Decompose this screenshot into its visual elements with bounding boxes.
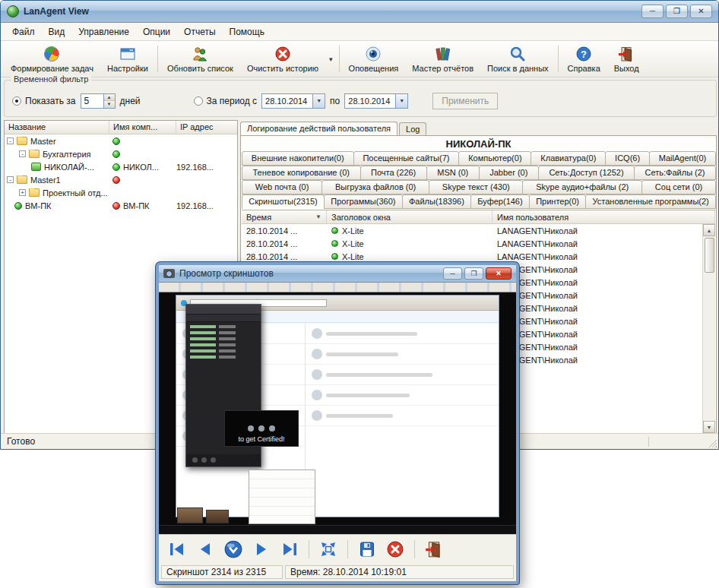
collapse-icon[interactable]: -	[7, 138, 14, 144]
tree-row-buhgalteria[interactable]: -Бухгалтерия	[5, 147, 237, 160]
collapse-icon[interactable]: -	[7, 176, 14, 183]
first-screenshot-button[interactable]	[165, 538, 189, 561]
tree-row-proektny[interactable]: +Проектный отд...	[5, 186, 237, 199]
tab-skype-audio-files[interactable]: Skype аудио+файлы (2)	[522, 180, 642, 194]
viewer-minimize-button[interactable]: ─	[443, 267, 462, 280]
tab-files[interactable]: Файлы(18396)	[402, 194, 471, 209]
tab-webmail[interactable]: Web почта (0)	[242, 180, 322, 194]
exit-button[interactable]: Выход	[607, 42, 646, 76]
settings-button[interactable]: Настройки	[100, 42, 155, 76]
scroll-thumb[interactable]	[705, 238, 714, 273]
tree-col-computer[interactable]: Имя комп...	[109, 121, 176, 134]
days-value[interactable]: 5	[81, 94, 103, 108]
tasks-button[interactable]: Формирование задач	[4, 42, 100, 76]
menu-file[interactable]: Файл	[5, 24, 42, 40]
tab-clipboard[interactable]: Буфер(146)	[470, 194, 530, 209]
minimize-button[interactable]: ─	[641, 5, 664, 18]
date-from-select[interactable]: 28.10.2014 ▼	[261, 93, 325, 109]
tab-shadow-copy[interactable]: Теневое копирование (0)	[242, 166, 361, 180]
tab-log[interactable]: Log	[399, 122, 426, 135]
previous-screenshot-button[interactable]	[193, 538, 217, 561]
collapse-icon[interactable]: -	[19, 150, 26, 157]
clear-history-button[interactable]: Очистить историю	[240, 42, 325, 76]
jump-to-screenshot-button[interactable]	[221, 538, 245, 561]
next-screenshot-button[interactable]	[249, 538, 274, 561]
tree-col-ip[interactable]: IP адрес	[176, 121, 237, 134]
col-user[interactable]: Имя пользователя	[493, 210, 715, 223]
log-row[interactable]: 28.10.2014 ... X-Lite LANAGENT\Николай	[242, 250, 702, 263]
search-data-button[interactable]: Поиск в данных	[480, 42, 556, 76]
log-row[interactable]: 28.10.2014 ... X-Lite LANAGENT\Николай	[242, 237, 702, 250]
alerts-button[interactable]: Оповещения	[342, 42, 406, 76]
scroll-up-icon[interactable]: ▲	[703, 224, 715, 236]
log-user: LANAGENT\Николай	[493, 304, 702, 313]
tree-row-master[interactable]: -Master	[5, 134, 237, 147]
close-viewer-button[interactable]	[422, 538, 446, 561]
viewer-title-bar[interactable]: Просмотр скриншотов ─ ❐ ✕	[159, 265, 516, 283]
title-bar[interactable]: LanAgent View ─ ❐ ✕	[1, 1, 718, 23]
report-wizard-button[interactable]: Мастер отчётов	[405, 42, 480, 76]
menu-options[interactable]: Опции	[136, 24, 177, 40]
tab-programs[interactable]: Программы(360)	[324, 194, 403, 209]
days-down-button[interactable]: ▼	[104, 101, 115, 108]
tab-net-access[interactable]: Сеть:Доступ (1252)	[538, 166, 635, 180]
maximize-button[interactable]: ❐	[666, 5, 688, 18]
days-stepper[interactable]: 5 ▲▼	[81, 93, 116, 109]
tab-visited-sites[interactable]: Посещенные сайты(7)	[353, 151, 460, 166]
log-row[interactable]: 28.10.2014 ... X-Lite LANAGENT\Николай	[242, 224, 702, 237]
fullscreen-button[interactable]	[316, 538, 340, 561]
save-screenshot-button[interactable]	[355, 538, 379, 561]
tab-file-upload[interactable]: Выгрузка файлов (0)	[321, 180, 429, 194]
delete-screenshot-button[interactable]	[383, 538, 407, 561]
menu-manage[interactable]: Управление	[71, 24, 136, 40]
tab-icq[interactable]: ICQ(6)	[605, 151, 650, 166]
tab-installed-programs[interactable]: Установленные программы(2)	[585, 194, 716, 209]
tab-screenshots[interactable]: Скриншоты(2315)	[242, 194, 325, 209]
tab-external-drives[interactable]: Внешние накопители(0)	[242, 151, 354, 166]
scroll-down-icon[interactable]: ▼	[703, 421, 715, 433]
days-up-button[interactable]: ▲	[104, 94, 115, 102]
tab-msn[interactable]: MSN (0)	[426, 166, 480, 180]
tab-keyboard[interactable]: Клавиатура(0)	[531, 151, 606, 166]
tree-row-vm-pk[interactable]: ВМ-ПК ВМ-ПК 192.168...	[5, 199, 237, 212]
refresh-list-button[interactable]: Обновить список	[160, 42, 240, 76]
tab-mail[interactable]: Почта (226)	[360, 166, 427, 180]
period-radio[interactable]	[194, 96, 203, 106]
help-button[interactable]: ? Справка	[561, 42, 607, 76]
tab-jabber[interactable]: Jabber (0)	[479, 166, 539, 180]
tree-row-nikolay[interactable]: НИКОЛАЙ-... НИКОЛ... 192.168...	[5, 160, 237, 173]
last-icon	[280, 540, 299, 558]
tree-col-name[interactable]: Название	[5, 121, 109, 134]
tab-mailagent[interactable]: MailAgent(0)	[649, 151, 716, 166]
menu-help[interactable]: Помощь	[223, 24, 271, 40]
screenshot-image: to get Certified!	[159, 283, 516, 534]
tab-skype-text[interactable]: Skype текст (430)	[429, 180, 523, 194]
tab-computer[interactable]: Компьютер(0)	[458, 151, 531, 166]
close-button[interactable]: ✕	[690, 5, 712, 18]
log-scrollbar[interactable]: ▲ ▼	[702, 224, 715, 433]
date-to-select[interactable]: 28.10.2014 ▼	[344, 93, 408, 109]
expand-icon[interactable]: +	[19, 189, 26, 196]
status-online-icon	[112, 138, 120, 145]
tree-row-master1[interactable]: -Master1	[5, 173, 237, 186]
tab-printer[interactable]: Принтер(0)	[529, 194, 586, 209]
resize-grip[interactable]	[708, 438, 717, 447]
last-screenshot-button[interactable]	[277, 538, 302, 561]
camera-icon	[163, 269, 175, 278]
col-window-title[interactable]: Заголовок окна	[327, 210, 493, 223]
sort-arrow-icon[interactable]: ▼	[315, 213, 321, 220]
col-time[interactable]: Время▼	[242, 210, 327, 223]
date-to-dropdown-icon[interactable]: ▼	[395, 94, 407, 108]
show-last-days-radio[interactable]	[12, 96, 21, 106]
apply-button[interactable]: Применить	[432, 93, 498, 109]
clear-history-dropdown[interactable]: ▾	[325, 42, 337, 76]
date-from-dropdown-icon[interactable]: ▼	[312, 94, 325, 108]
viewer-close-button[interactable]: ✕	[486, 267, 512, 280]
viewer-maximize-button[interactable]: ❐	[464, 267, 483, 280]
tab-net-files[interactable]: Сеть:Файлы (2)	[634, 166, 716, 180]
tab-social[interactable]: Соц сети (0)	[641, 180, 716, 194]
menu-reports[interactable]: Отчеты	[177, 24, 222, 40]
menu-view[interactable]: Вид	[42, 24, 72, 40]
tab-user-actions[interactable]: Логирование действий пользователя	[240, 122, 398, 135]
computer-online-icon	[31, 163, 41, 171]
